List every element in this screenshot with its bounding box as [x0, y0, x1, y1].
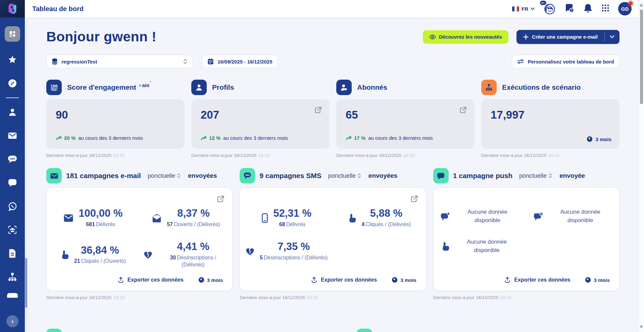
list-select[interactable]: regressionTest: [46, 55, 193, 68]
kpi-value: 17,997: [491, 109, 610, 121]
click-finger-icon: [348, 213, 356, 223]
sidebar-item-sms-campaigns[interactable]: SMS: [7, 154, 18, 165]
external-link-icon[interactable]: [459, 106, 467, 114]
topbar: Tableau de bord FR Hi !: [25, 0, 638, 17]
person-icon: [7, 107, 17, 117]
sidebar-item-partial-icon[interactable]: [7, 293, 18, 298]
sms-campaign-count: 9 campagnes SMS: [259, 172, 321, 180]
clock-icon: [392, 277, 398, 283]
kpi-engagement-score: 100 Score d'engagement ✦aio✦ 90 20 %: [46, 80, 185, 158]
avatar-initials: GD: [621, 6, 629, 12]
sidebar-item-dashboard[interactable]: [5, 26, 20, 42]
export-data-button[interactable]: Exporter ces données: [117, 277, 184, 283]
kpi-trend-pct: 20 %: [64, 135, 76, 141]
export-icon: [504, 277, 511, 283]
sms-campaign-icon: SMS: [240, 168, 255, 183]
sidebar-item-chat[interactable]: [7, 177, 18, 188]
sidebar-item-scenarios[interactable]: [7, 272, 18, 282]
scroll-up-arrow[interactable]: [640, 3, 643, 6]
external-link-icon[interactable]: [216, 195, 225, 203]
plus-icon: [523, 34, 529, 40]
notification-dot: [629, 1, 633, 5]
sidebar-item-contacts[interactable]: [7, 107, 18, 118]
sidebar-item-whatsapp[interactable]: [7, 201, 18, 212]
stat-opened: 8,37 % 57Ouverts / (Délivrés): [140, 208, 233, 228]
kpi-value: 207: [201, 109, 320, 121]
whats-new-button[interactable]: Découvrez les nouveautés: [423, 30, 508, 44]
kpi-scenario-executions: Exécutions de scénario 17,997 3 mois Der…: [481, 80, 620, 158]
aio-ai-badge: ✦aio✦: [138, 82, 151, 88]
help-button[interactable]: ?: [564, 3, 575, 15]
sidebar-item-email-campaigns[interactable]: [7, 130, 18, 141]
create-campaign-split-button: Créer une campagne e-mail: [516, 30, 620, 44]
export-data-button[interactable]: Exporter ces données: [311, 277, 377, 283]
kpi-card: 90 20 % au cours des 3 derniers mois: [46, 99, 185, 149]
kpi-card: 207 12 % au cours des 3 derniers mois: [191, 99, 330, 149]
create-campaign-button[interactable]: Créer une campagne e-mail: [516, 30, 604, 44]
stat-push-clicked-empty: Aucune donnée disponible: [434, 238, 527, 254]
customize-dashboard-button[interactable]: Personnalisez votre tableau de bord: [512, 55, 620, 68]
last-updated: Dernière mise-à-jour 16/12/202510:10: [336, 153, 475, 158]
next-section-icon-partial: [46, 329, 62, 332]
kpi-value: 65: [346, 109, 465, 121]
apps-grid-button[interactable]: [601, 4, 610, 14]
whatsapp-icon: [7, 201, 17, 211]
chat-dot-icon: [440, 212, 450, 221]
page-scrollbar[interactable]: [638, 0, 644, 332]
stat-unsubscribed: 4,41 % 30Désinscriptions / (Délivrés): [140, 241, 233, 268]
calendar-icon: [207, 58, 214, 65]
external-link-icon[interactable]: [314, 106, 322, 114]
email-campaign-count: 181 campagnes e-mail: [66, 172, 141, 180]
app-logo[interactable]: [0, 0, 25, 17]
subscriber-heart-person-icon: [336, 80, 352, 95]
push-frequency-select[interactable]: ponctuelle: [519, 172, 552, 179]
scroll-down-arrow[interactable]: [640, 326, 643, 329]
language-selector[interactable]: FR: [512, 6, 535, 12]
assistant-mascot-button[interactable]: Hi !: [543, 2, 556, 15]
last-updated: Dernière mise-à-jour 16/12/202510:10: [46, 295, 233, 300]
clock-icon: [587, 136, 593, 142]
sms-bubble-icon: SMS: [7, 154, 18, 165]
open-envelope-icon: [152, 213, 162, 223]
greeting-heading: Bonjour gwenn !: [46, 29, 156, 45]
email-status-label: envoyées: [188, 172, 217, 179]
push-stats-card: Aucune donnée disponible Aucune donnée d…: [433, 188, 620, 291]
sidebar-scrollbar-thumb[interactable]: [25, 258, 27, 308]
envelope-icon: [63, 214, 73, 222]
export-data-button[interactable]: Exporter ces données: [504, 277, 570, 283]
stat-delivered: 52,31 % 68Délivrés: [240, 208, 333, 228]
sidebar-expand-button[interactable]: ›: [6, 315, 18, 327]
sidebar-item-forms[interactable]: [7, 248, 18, 259]
audience-icon: [7, 225, 17, 235]
last-updated: Dernière mise-à-jour 16/12/202510:10: [46, 153, 185, 158]
apps-grid-icon: [601, 4, 610, 12]
svg-text:SMS: SMS: [10, 157, 15, 160]
brand-logo-icon: [6, 3, 18, 15]
email-frequency-select[interactable]: ponctuelle: [148, 172, 181, 179]
chevron-down-icon: [610, 35, 614, 38]
trend-up-icon: [201, 136, 206, 140]
notifications-button[interactable]: [583, 3, 593, 14]
sidebar: SMS: [0, 0, 25, 332]
kpi-title: Score d'engagement: [67, 83, 136, 91]
email-campaign-icon: [46, 168, 62, 183]
sidebar-divider: [6, 97, 19, 98]
sidebar-nav: SMS: [0, 17, 25, 332]
sidebar-item-explore[interactable]: [7, 78, 18, 89]
external-link-icon[interactable]: [410, 195, 418, 203]
sidebar-item-audience[interactable]: [7, 224, 18, 235]
card-period: 3 mois: [392, 277, 416, 283]
create-campaign-dropdown-button[interactable]: [605, 30, 620, 44]
sidebar-item-favorites[interactable]: [7, 54, 18, 65]
sms-frequency-select[interactable]: ponctuelle: [328, 172, 361, 179]
kpi-period: 3 mois: [587, 136, 611, 142]
help-icon: ?: [564, 3, 575, 13]
email-campaigns-section: 181 campagnes e-mail ponctuelle envoyées: [46, 168, 233, 300]
email-stats-card: 100,00 % 681Délivrés 8,37 % 57Ouverts / …: [46, 188, 233, 291]
sidebar-scrollbar[interactable]: [25, 17, 28, 332]
last-updated: Dernière mise-à-jour 16/12/202510:10: [481, 153, 620, 158]
date-range-picker[interactable]: 16/09/2025 - 16/12/2025: [202, 55, 278, 68]
page-scrollbar-thumb[interactable]: [640, 9, 643, 104]
user-avatar[interactable]: GD: [618, 2, 632, 15]
document-icon: [8, 248, 17, 258]
